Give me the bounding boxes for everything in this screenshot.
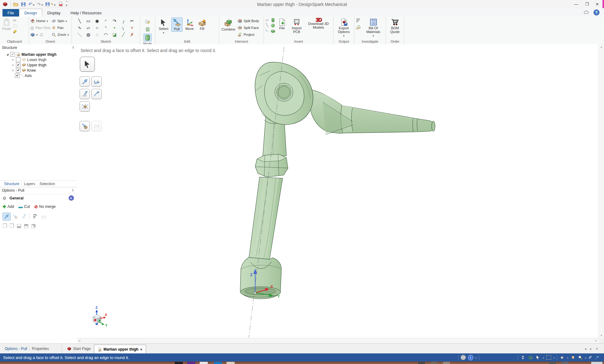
paste-button[interactable]: Paste [1,17,12,31]
spin-button[interactable]: Spin [51,17,71,24]
next-tab-button[interactable]: ▸ [590,347,592,351]
insert-sphere-button[interactable] [270,23,275,28]
home-view-button[interactable]: Home [30,17,50,24]
sketch-arc-button[interactable]: ◝ [105,26,106,30]
scenario-2-icon[interactable]: ❒ [9,223,14,228]
sketch-circle-button[interactable]: ◉ [95,19,99,23]
project-button[interactable]: Project [237,31,259,38]
taskbar-clock-area[interactable] [591,362,602,364]
minimize-button[interactable]: — [574,2,578,7]
pull-button[interactable]: Pull [171,17,183,32]
app-logo-icon[interactable] [2,2,8,7]
export-options-button[interactable]: Export Options [335,17,353,38]
model-shaft[interactable] [249,177,283,259]
info-icon[interactable]: i [468,355,473,360]
download-3d-models-button[interactable]: 3D Download 3D Models [306,17,331,30]
help-button[interactable]: ? [593,9,600,16]
select-button[interactable]: Select [158,17,169,35]
redo-button[interactable]: ↷ [37,2,43,7]
taskbar-app-icon[interactable] [175,362,183,364]
panel-tab-properties[interactable]: Properties [30,347,51,351]
insert-axes-button[interactable]: ∟ [265,28,269,32]
sketch-spline-button[interactable]: ∿ [78,26,81,30]
draft-button[interactable] [80,89,90,99]
select-caret-icon[interactable] [543,355,544,360]
spin-caret-icon[interactable] [66,19,67,23]
taskbar-tray-icon[interactable] [562,362,568,364]
expander-closed-icon[interactable] [11,64,15,66]
taskbar-app-icon[interactable] [200,362,208,364]
panel-tab-structure[interactable]: Structure [2,182,22,186]
3d-viewport[interactable]: Z X Y Z [77,44,604,343]
redo-caret-icon[interactable] [41,2,43,7]
tree-item-knee[interactable]: Knee [2,68,77,73]
solid-mode-button[interactable] [144,34,152,41]
scenario-5-icon[interactable]: ⬔ [31,223,36,228]
taskbar-app-icon[interactable] [418,362,425,364]
close-tab-button[interactable] [140,347,143,352]
insert-file-button[interactable]: File [277,17,287,31]
sketch-3pt-rectangle-button[interactable]: ▱ [87,26,90,30]
tree-item-root[interactable]: Martian upper thigh [2,52,77,57]
plan-view-button[interactable]: ▦Plan View [30,24,50,31]
split-body-button[interactable]: Split Body [237,17,259,24]
taskbar-app-icon[interactable] [443,362,450,364]
sketch-3pt-circle-button[interactable]: ○ [96,26,98,30]
taskbar-tray-icon[interactable] [549,362,556,364]
pull-arrow-icon[interactable] [594,355,600,360]
view-cube-button[interactable] [30,31,50,38]
import-pcb-button[interactable]: Import PCB [289,17,305,34]
sketch-mode-button[interactable] [144,18,151,25]
pan-hand-icon[interactable] [571,355,576,360]
home-caret-icon[interactable] [46,19,48,23]
upper-thigh-checkbox[interactable] [16,63,21,67]
sketch-3pt-arc-button[interactable]: ◠ [104,32,108,37]
sketch-line-button[interactable]: ╲ [78,19,81,23]
no-merge-option[interactable]: ⊘No merge [34,203,56,210]
up-to-button[interactable] [80,121,90,131]
save-button[interactable] [21,2,26,7]
axis-checkbox[interactable] [15,73,20,78]
next-face-button[interactable] [91,121,102,131]
cut-button[interactable]: ✂ [13,18,17,23]
save-as-button[interactable]: ✎ [45,2,56,7]
tree-label[interactable]: Martian upper thigh [22,52,56,57]
export-stl-button[interactable] [58,2,63,7]
knee-checkbox[interactable] [16,68,21,73]
panel-tab-options-pull[interactable]: Options - Pull [2,347,29,351]
model-arm[interactable] [310,90,435,135]
tree-item-axis[interactable]: ⋱ Axis [2,73,77,78]
add-option[interactable]: ✚Add [2,203,14,210]
customize-qat-button[interactable] [66,1,67,7]
insert-shell-button[interactable] [270,29,275,34]
tab-file[interactable]: File [2,9,19,17]
insert-plane-button[interactable]: ▱ [265,18,268,22]
measure-grid-button[interactable] [356,25,361,30]
save-as-caret-icon[interactable] [54,2,56,7]
taskbar-app-icon[interactable] [226,362,235,364]
format-painter-button[interactable] [13,29,17,34]
copy-button[interactable] [13,24,17,28]
scroll-updown-icon[interactable] [520,355,525,360]
model-socket[interactable] [240,257,281,299]
combine-button[interactable]: Combine [221,17,236,32]
sketch-trim-button[interactable]: ✂ [130,19,134,23]
pull-both-sides-option[interactable] [12,213,19,220]
cloud-icon[interactable] [583,10,589,15]
taskbar-app-icon[interactable] [187,362,195,364]
sketch-offset-button[interactable]: ╱ [122,32,124,37]
tree-item-upper-thigh[interactable]: Upper thigh [2,62,77,68]
tree-label[interactable]: Axis [25,74,32,78]
tree-label[interactable]: Lower thigh [27,58,46,62]
sketch-plane-button[interactable]: ◪ [112,32,116,37]
undo-caret-icon[interactable] [33,2,35,7]
prev-tab-button[interactable]: ◂ [585,347,587,351]
close-button[interactable]: ✕ [596,2,599,7]
ruler-dimension-option[interactable]: X X [40,213,47,220]
open-button[interactable] [13,2,18,7]
sketch-bend-button[interactable]: ╮ [122,26,124,30]
fill-button[interactable]: Fill [197,17,207,31]
full-pull-button[interactable] [80,101,90,112]
pull-direction-button[interactable] [80,76,90,87]
scenario-1-icon[interactable]: ❒ [2,223,7,228]
